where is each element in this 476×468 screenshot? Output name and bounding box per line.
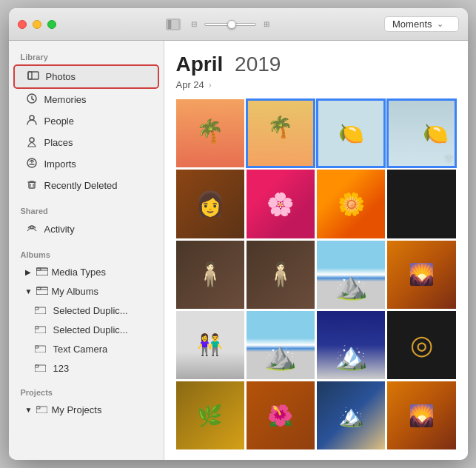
maximize-button[interactable] bbox=[47, 20, 56, 29]
photo-thumb-16[interactable] bbox=[387, 311, 455, 379]
123-label: 123 bbox=[53, 363, 70, 374]
photo-thumb-11[interactable] bbox=[317, 241, 385, 309]
view-mode-label: Moments bbox=[392, 19, 432, 30]
photo-thumb-2[interactable] bbox=[247, 99, 315, 167]
svg-rect-1 bbox=[172, 20, 178, 29]
date-label: Apr 24 bbox=[176, 79, 204, 90]
text-camera-label: Text Camera bbox=[53, 344, 108, 355]
photo-month-title: April 2019 bbox=[176, 53, 456, 76]
svg-rect-22 bbox=[35, 346, 46, 352]
svg-rect-18 bbox=[35, 307, 46, 314]
activity-label: Activity bbox=[44, 224, 75, 235]
zoom-slider-area[interactable]: ⊟ ⊞ bbox=[187, 19, 274, 30]
svg-rect-17 bbox=[36, 287, 41, 290]
recently-deleted-label: Recently Deleted bbox=[44, 180, 118, 191]
sidebar: Library Photos Memories People bbox=[9, 41, 164, 460]
people-label: People bbox=[44, 116, 74, 127]
photo-thumb-19[interactable] bbox=[317, 381, 385, 449]
titlebar-center: ⊟ ⊞ bbox=[56, 19, 385, 30]
sidebar-item-places[interactable]: Places bbox=[13, 132, 159, 153]
photo-thumb-1[interactable] bbox=[176, 99, 244, 167]
photo-thumb-10[interactable] bbox=[247, 241, 315, 309]
date-chevron-icon[interactable]: › bbox=[209, 80, 212, 90]
month-label: April bbox=[176, 53, 224, 76]
traffic-lights bbox=[18, 20, 56, 29]
view-mode-dropdown[interactable]: Moments bbox=[384, 16, 458, 32]
photo-thumb-12[interactable] bbox=[387, 241, 455, 309]
zoom-out-icon: ⊟ bbox=[187, 19, 201, 30]
photo-thumb-5[interactable] bbox=[176, 170, 244, 238]
svg-rect-25 bbox=[35, 365, 38, 367]
sidebar-item-memories[interactable]: Memories bbox=[13, 89, 159, 110]
svg-rect-23 bbox=[35, 346, 38, 348]
photos-icon bbox=[27, 70, 40, 84]
media-types-label: Media Types bbox=[52, 267, 106, 278]
selected2-label: Selected Duplic... bbox=[53, 324, 128, 335]
projects-section-header: Projects bbox=[9, 384, 164, 400]
main-content: Library Photos Memories People bbox=[9, 41, 468, 460]
svg-rect-21 bbox=[35, 327, 38, 329]
photos-label: Photos bbox=[46, 71, 76, 82]
photo-thumb-7[interactable] bbox=[317, 170, 385, 238]
shared-section-header: Shared bbox=[9, 202, 164, 218]
projects-arrow-icon: ▼ bbox=[25, 406, 33, 414]
collapsed-arrow-icon: ▶ bbox=[25, 268, 33, 276]
year-label: 2019 bbox=[235, 53, 281, 76]
svg-rect-24 bbox=[35, 365, 46, 372]
sidebar-item-text-camera[interactable]: Text Camera bbox=[13, 339, 159, 358]
imports-label: Imports bbox=[44, 158, 76, 170]
app-window: ⊟ ⊞ Moments Library Photos bbox=[9, 8, 468, 460]
selected1-label: Selected Duplic... bbox=[53, 305, 128, 316]
my-projects-label: My Projects bbox=[52, 404, 102, 415]
sidebar-item-imports[interactable]: Imports bbox=[13, 153, 159, 175]
sidebar-item-selected-1[interactable]: Selected Duplic... bbox=[13, 301, 159, 320]
imports-icon bbox=[25, 157, 38, 171]
date-nav: Apr 24 › bbox=[176, 79, 456, 90]
selected2-folder-icon bbox=[34, 324, 47, 335]
sidebar-item-recently-deleted[interactable]: Recently Deleted bbox=[13, 175, 159, 196]
svg-rect-27 bbox=[36, 407, 40, 409]
sidebar-item-my-albums[interactable]: ▼ My Albums bbox=[13, 281, 159, 301]
photo-thumb-14[interactable] bbox=[247, 311, 315, 379]
photo-thumb-17[interactable] bbox=[176, 381, 244, 449]
svg-rect-20 bbox=[35, 327, 46, 333]
photo-thumb-13[interactable] bbox=[176, 311, 244, 379]
sidebar-item-selected-2[interactable]: Selected Duplic... bbox=[13, 320, 159, 339]
svg-rect-2 bbox=[28, 72, 38, 79]
zoom-slider-thumb[interactable] bbox=[227, 20, 236, 29]
sidebar-item-photos[interactable]: Photos bbox=[13, 64, 159, 89]
photo-thumb-18[interactable] bbox=[247, 381, 315, 449]
svg-rect-16 bbox=[36, 287, 48, 295]
sidebar-item-media-types[interactable]: ▶ Media Types bbox=[13, 262, 159, 281]
svg-rect-26 bbox=[36, 407, 47, 413]
my-projects-folder-icon bbox=[36, 404, 49, 415]
photo-thumb-9[interactable] bbox=[176, 241, 244, 309]
svg-rect-19 bbox=[35, 307, 38, 310]
heart-badge: ♡ bbox=[445, 154, 453, 164]
sidebar-item-123[interactable]: 123 bbox=[13, 358, 159, 378]
sidebar-item-people[interactable]: People bbox=[13, 110, 159, 132]
sidebar-item-activity[interactable]: Activity bbox=[13, 218, 159, 240]
places-icon bbox=[25, 136, 38, 150]
photo-thumb-3[interactable] bbox=[317, 99, 385, 167]
selected1-folder-icon bbox=[34, 304, 47, 316]
titlebar: ⊟ ⊞ Moments bbox=[9, 8, 468, 41]
svg-rect-14 bbox=[36, 268, 48, 275]
trash-icon bbox=[25, 178, 38, 193]
svg-rect-9 bbox=[29, 182, 35, 188]
zoom-slider-track[interactable] bbox=[204, 23, 256, 26]
photo-thumb-4[interactable]: ♡ bbox=[387, 99, 455, 167]
photo-area: April 2019 Apr 24 › ♡ bbox=[164, 41, 468, 460]
photo-thumb-8[interactable] bbox=[387, 170, 455, 238]
minimize-button[interactable] bbox=[33, 20, 41, 29]
media-types-folder-icon bbox=[36, 266, 49, 278]
photo-thumb-6[interactable] bbox=[247, 170, 315, 238]
photo-thumb-15[interactable] bbox=[317, 311, 385, 379]
sidebar-item-my-projects[interactable]: ▼ My Projects bbox=[13, 400, 159, 419]
people-icon bbox=[25, 114, 38, 128]
photo-thumb-20[interactable] bbox=[387, 381, 455, 449]
close-button[interactable] bbox=[18, 20, 27, 29]
sidebar-toggle-button[interactable] bbox=[166, 19, 181, 30]
123-folder-icon bbox=[34, 362, 47, 374]
my-albums-folder-icon bbox=[36, 285, 49, 297]
